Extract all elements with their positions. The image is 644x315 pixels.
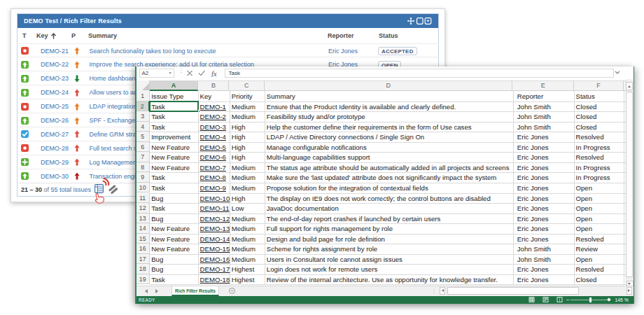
svg-text:fx: fx	[211, 70, 217, 78]
